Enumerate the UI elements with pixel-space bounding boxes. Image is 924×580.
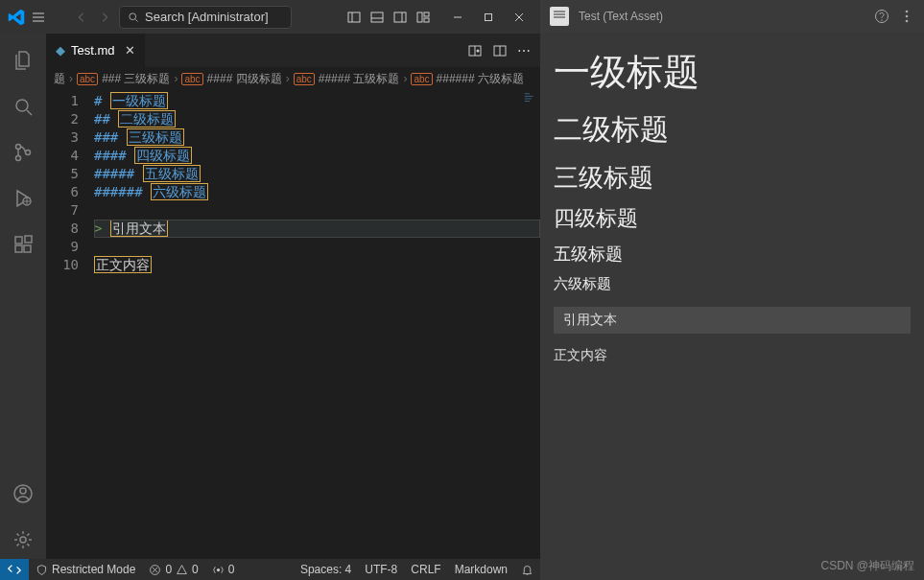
nav-back-icon[interactable] [73,9,90,26]
document-icon [550,7,569,26]
menu-icon[interactable] [31,10,46,25]
more-actions-icon[interactable]: ⋯ [517,43,531,58]
code-editor[interactable]: 1 2 3 4 5 6 7 8 9 10 # 一级标题 ## 二级标题 ### … [46,90,540,559]
indentation-button[interactable]: Spaces: 4 [294,559,358,580]
preview-h1: 一级标题 [554,48,911,97]
search-label: Search [Administrator] [145,10,269,24]
preview-body: 一级标题 二级标题 三级标题 四级标题 五级标题 六级标题 引用文本 正文内容 … [540,33,924,580]
svg-rect-7 [486,13,492,20]
code-line [94,238,540,256]
panel-right-icon[interactable] [392,10,408,25]
watermark: CSDN @神码编程 [820,558,914,574]
code-line-active: > 引用文本 [94,220,540,238]
heading-icon: abc [411,73,432,85]
svg-point-9 [16,145,21,150]
extensions-icon[interactable] [0,225,46,264]
tab-test-md[interactable]: ◆ Test.md ✕ [46,34,145,67]
language-mode-button[interactable]: Markdown [448,559,514,580]
preview-title: Test (Text Asset) [579,10,663,23]
run-debug-icon[interactable] [0,179,46,218]
close-button[interactable] [506,4,533,31]
search-icon [128,12,139,23]
breadcrumb-part: 题 [54,71,65,87]
layout-customize-icon[interactable] [415,10,431,25]
svg-point-26 [881,19,882,20]
code-line: ###### 六级标题 [94,183,540,201]
preview-panel: Test (Text Asset) 一级标题 二级标题 三级标题 四级标题 五级… [540,0,924,580]
code-line: ### 三级标题 [94,128,540,147]
panel-left-icon[interactable] [346,10,362,25]
ports-button[interactable]: 0 [205,559,242,580]
command-center-search[interactable]: Search [Administrator] [119,6,292,29]
svg-rect-13 [15,237,22,244]
svg-rect-5 [424,12,429,16]
status-bar: Restricted Mode 0 0 0 Spaces: 4 UTF-8 CR… [0,559,540,580]
explorer-icon[interactable] [0,41,46,80]
svg-rect-14 [15,245,22,252]
editor-actions: ⋯ [467,43,540,58]
heading-icon: abc [294,73,315,85]
breadcrumb-part: ### 三级标题 [102,71,170,87]
svg-point-27 [906,11,909,13]
preview-blockquote: 引用文本 [554,307,911,334]
accounts-icon[interactable] [0,475,46,513]
svg-rect-16 [25,236,32,243]
svg-point-11 [26,151,31,155]
svg-point-24 [217,568,220,570]
svg-rect-15 [24,245,31,252]
preview-paragraph: 正文内容 [554,347,911,364]
svg-point-29 [906,20,909,23]
maximize-button[interactable] [475,4,502,31]
minimize-button[interactable] [444,4,471,31]
close-icon[interactable]: ✕ [125,43,135,58]
code-line: 正文内容 [94,256,540,274]
preview-h4: 四级标题 [554,204,911,233]
code-line [94,201,540,220]
tabs-row: ◆ Test.md ✕ ⋯ [46,34,540,67]
remote-button[interactable] [0,559,29,580]
breadcrumb[interactable]: 题› abc### 三级标题› abc#### 四级标题› abc##### 五… [46,67,540,90]
vscode-logo-icon [8,9,25,26]
source-control-icon[interactable] [0,133,46,172]
panel-bottom-icon[interactable] [369,10,385,25]
breadcrumb-part: ##### 五级标题 [319,71,400,87]
svg-point-0 [130,12,136,19]
preview-h2: 二级标题 [554,110,911,150]
tab-filename: Test.md [71,43,115,58]
problems-button[interactable]: 0 0 [142,559,204,580]
split-right-icon[interactable] [492,43,508,58]
vscode-window: Search [Administrator] [0,0,540,580]
preview-h6: 六级标题 [554,275,911,293]
code-line: # 一级标题 [94,92,540,110]
breadcrumb-part: #### 四级标题 [207,71,282,87]
code-line: ##### 五级标题 [94,165,540,183]
eol-button[interactable]: CRLF [404,559,447,580]
nav-forward-icon[interactable] [96,9,113,26]
breadcrumb-part: ###### 六级标题 [437,71,524,87]
svg-point-8 [16,100,28,111]
activity-bar [0,34,46,559]
line-gutter: 1 2 3 4 5 6 7 8 9 10 [46,90,94,559]
code-line: #### 四级标题 [94,147,540,165]
search-activity-icon[interactable] [0,87,46,126]
preview-header: Test (Text Asset) [540,0,924,33]
settings-gear-icon[interactable] [0,521,46,559]
heading-icon: abc [77,73,98,85]
markdown-file-icon: ◆ [56,43,65,58]
editor-area: ◆ Test.md ✕ ⋯ 题› abc### 三级标题› abc#### 四级… [46,34,540,559]
svg-rect-2 [371,12,383,22]
more-vert-icon[interactable] [899,9,914,24]
help-icon[interactable] [874,9,889,24]
radio-icon [212,564,225,576]
preview-h5: 五级标题 [554,243,911,266]
preview-h3: 三级标题 [554,161,911,195]
encoding-button[interactable]: UTF-8 [358,559,404,580]
bell-icon [521,564,533,576]
warning-icon [176,564,188,576]
notifications-button[interactable] [514,559,540,580]
shield-icon [36,564,48,576]
restricted-mode-button[interactable]: Restricted Mode [29,559,142,580]
error-icon [149,564,161,576]
svg-point-28 [906,15,909,18]
preview-side-icon[interactable] [467,43,483,58]
